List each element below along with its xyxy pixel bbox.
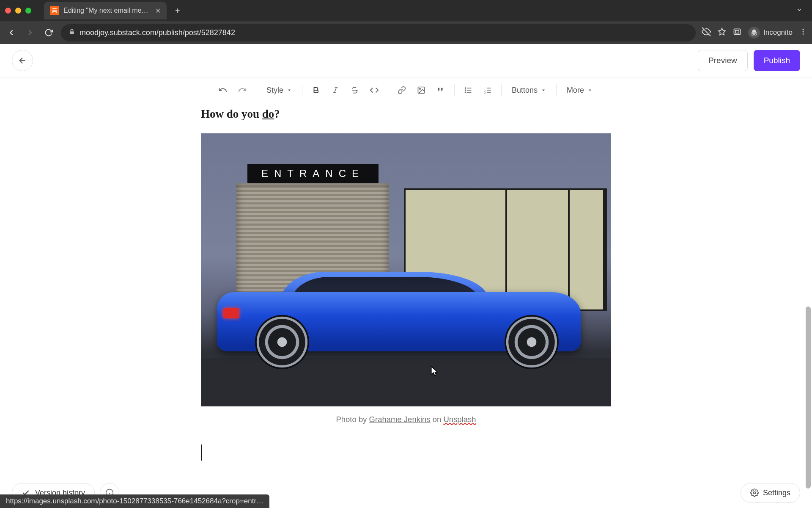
svg-marker-4	[719, 28, 726, 35]
car-illustration	[217, 274, 581, 369]
number-list-button[interactable]: 123	[478, 81, 497, 99]
svg-line-17	[335, 88, 337, 93]
editor-body[interactable]: How do you do? ENTRANCE	[0, 103, 812, 508]
lock-icon	[69, 28, 75, 37]
svg-point-25	[465, 90, 466, 91]
svg-point-10	[803, 29, 804, 30]
window-controls	[5, 8, 31, 14]
url-text: moodjoy.substack.com/publish/post/528278…	[80, 28, 235, 37]
source-link[interactable]: Unsplash	[443, 415, 476, 424]
toolbar-divider	[454, 84, 455, 96]
undo-button[interactable]	[214, 81, 232, 99]
address-bar: moodjoy.substack.com/publish/post/528278…	[0, 21, 812, 44]
svg-rect-0	[52, 8, 57, 9]
svg-point-11	[803, 31, 804, 33]
bullet-list-button[interactable]	[459, 81, 477, 99]
publish-button[interactable]: Publish	[754, 50, 800, 71]
svg-marker-33	[542, 90, 545, 91]
settings-button[interactable]: Settings	[741, 483, 800, 503]
svg-marker-34	[589, 90, 591, 91]
incognito-label: Incognito	[763, 28, 793, 37]
toolbar-divider	[501, 84, 502, 96]
url-field[interactable]: moodjoy.substack.com/publish/post/528278…	[61, 24, 696, 41]
content-heading[interactable]: How do you do?	[201, 108, 611, 121]
editor-back-button[interactable]	[12, 50, 33, 71]
back-button[interactable]	[5, 26, 18, 39]
image-block[interactable]: ENTRANCE Photo by Grahame Jenkins on Un	[201, 133, 611, 424]
toolbar-divider	[556, 84, 557, 96]
kebab-menu-icon[interactable]	[799, 28, 807, 37]
forward-button[interactable]	[24, 26, 36, 39]
text-cursor	[201, 444, 202, 461]
svg-point-7	[752, 33, 754, 36]
substack-favicon	[50, 6, 59, 15]
svg-rect-6	[735, 30, 739, 33]
svg-rect-5	[734, 29, 741, 34]
reload-button[interactable]	[42, 26, 55, 39]
strikethrough-button[interactable]	[346, 81, 364, 99]
eye-off-icon[interactable]	[702, 27, 711, 38]
tabs-overflow-icon[interactable]	[792, 6, 807, 15]
svg-rect-1	[52, 10, 57, 11]
toolbar-divider	[302, 84, 302, 96]
editor-toolbar: Style 123 Buttons More	[0, 77, 812, 103]
style-dropdown[interactable]: Style	[261, 81, 298, 99]
extensions-icon[interactable]	[733, 28, 741, 38]
svg-point-12	[803, 33, 804, 35]
incognito-icon	[748, 27, 760, 39]
toolbar-divider	[256, 84, 256, 96]
italic-button[interactable]	[326, 81, 345, 99]
scrollbar-thumb[interactable]	[806, 306, 811, 489]
svg-point-20	[420, 88, 421, 90]
status-bar-url: https://images.unsplash.com/photo-150287…	[0, 494, 269, 508]
svg-point-24	[465, 88, 466, 88]
entrance-sign: ENTRANCE	[247, 164, 379, 183]
app-header: Preview Publish	[0, 44, 812, 77]
incognito-indicator[interactable]: Incognito	[748, 27, 793, 39]
browser-tab[interactable]: Editing "My next email messag ✕	[44, 2, 167, 19]
image-button[interactable]	[412, 81, 431, 99]
buttons-dropdown[interactable]: Buttons	[506, 81, 552, 99]
bold-button[interactable]	[307, 81, 325, 99]
redo-button[interactable]	[233, 81, 252, 99]
svg-text:3: 3	[484, 91, 486, 94]
toolbar-divider	[388, 84, 388, 96]
svg-point-26	[465, 92, 466, 93]
svg-point-38	[753, 492, 755, 494]
embedded-image[interactable]: ENTRANCE	[201, 133, 611, 406]
link-button[interactable]	[392, 81, 411, 99]
new-tab-button[interactable]: +	[171, 4, 184, 17]
quote-button[interactable]	[431, 81, 450, 99]
close-tab-icon[interactable]: ✕	[155, 7, 161, 15]
svg-rect-2	[70, 31, 74, 34]
author-link[interactable]: Grahame Jenkins	[369, 415, 431, 424]
bookmark-star-icon[interactable]	[718, 28, 726, 38]
tab-bar: Editing "My next email messag ✕ +	[0, 0, 812, 21]
preview-button[interactable]: Preview	[698, 50, 748, 71]
svg-marker-14	[288, 90, 291, 91]
svg-point-8	[754, 33, 757, 36]
image-caption[interactable]: Photo by Grahame Jenkins on Unsplash	[201, 415, 611, 424]
maximize-window-icon[interactable]	[25, 8, 31, 14]
minimize-window-icon[interactable]	[15, 8, 21, 14]
more-dropdown[interactable]: More	[561, 81, 598, 99]
close-window-icon[interactable]	[5, 8, 11, 14]
tab-title: Editing "My next email messag	[63, 7, 151, 14]
code-button[interactable]	[365, 81, 384, 99]
